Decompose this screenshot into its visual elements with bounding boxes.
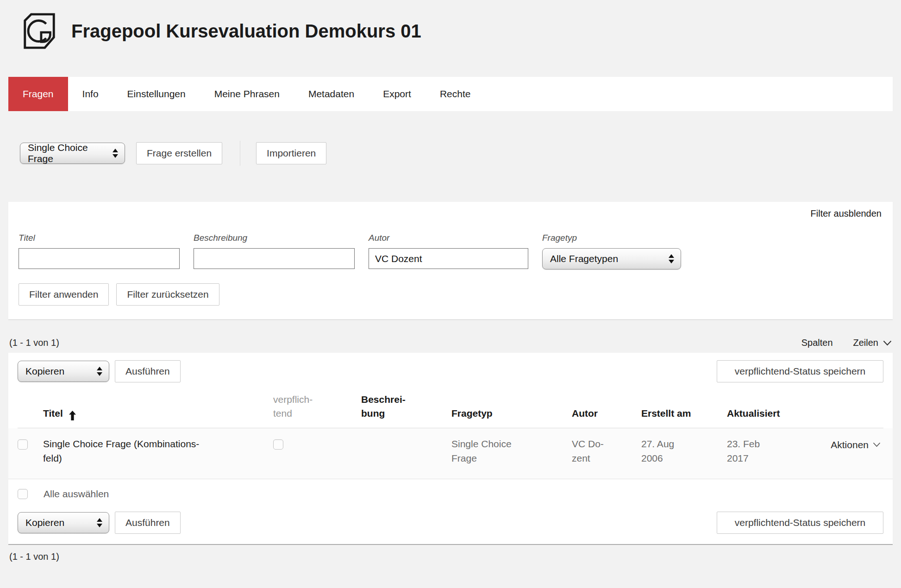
- filter-fragetyp-label: Fragetyp: [542, 233, 681, 243]
- select-all-checkbox[interactable]: [18, 489, 28, 499]
- tab-einstellungen[interactable]: Einstellungen: [113, 77, 200, 111]
- cell-beschreibung: [361, 437, 451, 466]
- tab-info[interactable]: Info: [68, 77, 113, 111]
- column-header-verpflichtend: verpflich­tend: [273, 393, 361, 421]
- mandatory-checkbox[interactable]: [273, 439, 283, 450]
- page: Fragepool Kursevaluation Demokurs 01 Fra…: [0, 0, 901, 562]
- cell-autor: VC Do­zent: [572, 437, 641, 466]
- cell-aktionen: Aktionen: [815, 437, 883, 466]
- filter-hide-row: Filter ausblenden: [19, 208, 882, 219]
- filter-panel: Filter ausblenden Titel Beschreibung Aut…: [8, 202, 893, 320]
- chevron-down-icon: [883, 340, 892, 346]
- table-meta-row: (1 - 1 von 1) Spalten Zeilen: [9, 338, 892, 348]
- create-question-button[interactable]: Frage erstellen: [136, 142, 222, 164]
- column-header-titel-label: Titel: [43, 407, 63, 420]
- filter-group-titel: Titel: [19, 233, 180, 269]
- filter-group-autor: Autor: [369, 233, 528, 269]
- filter-beschreibung-input[interactable]: [194, 248, 355, 269]
- toolbar-divider: [240, 141, 240, 166]
- filter-autor-input[interactable]: [369, 248, 528, 269]
- execute-button-top[interactable]: Ausführen: [115, 360, 181, 382]
- save-mandatory-status-button-bottom[interactable]: verpflichtend-Status speichern: [717, 512, 883, 534]
- save-mandatory-status-button-top[interactable]: verpflichtend-Status speichern: [717, 360, 883, 382]
- result-count-bottom: (1 - 1 von 1): [9, 551, 892, 562]
- column-header-erstellt-am[interactable]: Erstellt am: [641, 407, 727, 420]
- cell-fragetyp: Single Choice Frage: [451, 437, 572, 466]
- table-row: Single Choice Frage (Kombinations­feld) …: [18, 428, 883, 479]
- up-down-arrows-icon: [105, 149, 118, 158]
- create-question-toolbar: Single Choice Frage Frage erstellen Impo…: [20, 141, 901, 166]
- question-type-select-value: Single Choice Frage: [28, 142, 105, 164]
- cell-aktualisiert: 23. Feb 2017: [727, 437, 815, 466]
- column-header-titel[interactable]: Titel: [43, 407, 273, 420]
- page-header: Fragepool Kursevaluation Demokurs 01: [0, 0, 901, 50]
- rows-link[interactable]: Zeilen: [853, 338, 892, 348]
- select-all-label: Alle auswählen: [44, 488, 109, 500]
- tab-fragen[interactable]: Fragen: [8, 77, 68, 111]
- filter-group-fragetyp: Fragetyp Alle Fragetypen: [542, 233, 681, 269]
- filter-buttons: Filter anwenden Filter zurücksetzen: [19, 283, 882, 306]
- filter-group-beschreibung: Beschreibung: [194, 233, 355, 269]
- question-pool-icon: [20, 12, 58, 50]
- bulk-action-select-top[interactable]: Kopieren: [18, 361, 109, 382]
- tab-metadaten[interactable]: Metadaten: [294, 77, 369, 111]
- filter-fragetyp-select[interactable]: Alle Fragetypen: [542, 248, 681, 269]
- chevron-down-icon: [873, 442, 881, 447]
- sort-ascending-arrow-icon: [69, 411, 76, 420]
- actions-dropdown[interactable]: Aktionen: [831, 437, 881, 452]
- tab-bar: Fragen Info Einstellungen Meine Phrasen …: [8, 77, 893, 111]
- column-header-fragetyp[interactable]: Fragetyp: [451, 407, 572, 420]
- row-select-checkbox[interactable]: [18, 439, 28, 450]
- up-down-arrows-icon: [89, 367, 102, 376]
- up-down-arrows-icon: [661, 254, 674, 263]
- tab-rechte[interactable]: Rechte: [425, 77, 485, 111]
- actions-dropdown-label: Aktionen: [831, 438, 869, 452]
- cell-erstellt-am: 27. Aug 2006: [641, 437, 727, 466]
- bulk-action-select-bottom[interactable]: Kopieren: [18, 512, 109, 533]
- column-header-beschreibung[interactable]: Beschrei­bung: [361, 393, 451, 421]
- filter-fields: Titel Beschreibung Autor Fragetyp Alle F…: [19, 233, 882, 269]
- table-controls-bottom: Kopieren Ausführen verpflichtend-Status …: [18, 512, 883, 534]
- up-down-arrows-icon: [89, 518, 102, 527]
- tab-meine-phrasen[interactable]: Meine Phrasen: [200, 77, 294, 111]
- filter-fragetyp-select-value: Alle Fragetypen: [550, 253, 618, 264]
- cell-titel: Single Choice Frage (Kombinations­feld): [43, 437, 273, 466]
- filter-beschreibung-label: Beschreibung: [194, 233, 355, 243]
- table-header-row: Titel verpflich­tend Beschrei­bung Frage…: [18, 393, 883, 428]
- result-count-top: (1 - 1 von 1): [9, 338, 59, 348]
- column-header-autor[interactable]: Autor: [572, 407, 641, 420]
- filter-titel-label: Titel: [19, 233, 180, 243]
- execute-button-bottom[interactable]: Ausführen: [115, 512, 181, 534]
- columns-link[interactable]: Spalten: [801, 338, 833, 348]
- table-controls-top: Kopieren Ausführen verpflichtend-Status …: [18, 360, 883, 382]
- page-title: Fragepool Kursevaluation Demokurs 01: [71, 21, 421, 42]
- question-type-select[interactable]: Single Choice Frage: [20, 143, 125, 164]
- filter-titel-input[interactable]: [19, 248, 180, 269]
- filter-hide-link[interactable]: Filter ausblenden: [811, 208, 882, 219]
- select-all-row: Alle auswählen: [18, 479, 883, 500]
- column-header-aktualisiert[interactable]: Aktualisiert: [727, 407, 815, 420]
- question-table-panel: Kopieren Ausführen verpflichtend-Status …: [8, 353, 893, 545]
- filter-apply-button[interactable]: Filter anwenden: [19, 283, 109, 306]
- filter-reset-button[interactable]: Filter zurücksetzen: [116, 283, 219, 306]
- tab-export[interactable]: Export: [369, 77, 425, 111]
- bulk-action-select-top-value: Kopieren: [25, 366, 64, 377]
- import-button[interactable]: Importieren: [256, 142, 326, 164]
- filter-autor-label: Autor: [369, 233, 528, 243]
- bulk-action-select-bottom-value: Kopieren: [25, 517, 64, 528]
- question-title-link[interactable]: Single Choice Frage (Kombinations­feld): [43, 437, 214, 466]
- rows-link-label: Zeilen: [853, 338, 878, 348]
